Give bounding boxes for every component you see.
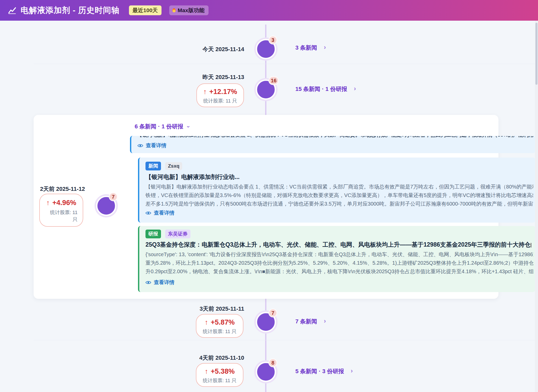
source-badge: 东吴证券 [165, 230, 190, 238]
view-detail-label: 查看详情 [154, 279, 174, 286]
news-link-today[interactable]: 3 条新闻 › [295, 44, 326, 52]
news-link-3days[interactable]: 7 条新闻 › [295, 318, 326, 325]
view-detail-link[interactable]: 查看详情 [145, 209, 174, 216]
change-value: ↑+5.38% [196, 367, 243, 375]
range-badge: 最近100天 [129, 5, 162, 15]
date-label-4days: 4天前 2025-11-10 [181, 354, 244, 362]
chevron-down-icon: › [186, 126, 191, 128]
stocks-count: 统计股票: 11 只 [197, 98, 243, 104]
change-value: ↑+12.17% [197, 88, 243, 96]
timeline-page: 电解液添加剂 - 历史时间轴 最近100天 Max版功能 今天 2025-11-… [0, 0, 538, 392]
timeline-node-4days[interactable]: 8 [254, 360, 278, 383]
change-pill-4days: ↑+5.38% 统计股票: 11 只 [196, 363, 243, 387]
stocks-count: 统计股票: 11 只 [196, 377, 243, 384]
change-value: ↑+4.96% [40, 199, 83, 207]
source-badge: Zsxq [165, 162, 182, 170]
change-pill-yesterday: ↑+12.17% 统计股票: 11 只 [196, 83, 244, 107]
scrollbar-thumb[interactable] [535, 23, 537, 85]
news-card[interactable]: 新闻 Zsxq 【银河电新】电解液添加剂行业动... 【银河电新】电解液添加剂行… [138, 158, 535, 223]
view-detail-label: 查看详情 [146, 142, 166, 149]
up-arrow-icon: ↑ [46, 199, 50, 207]
body-line: 【银河电新】电解液添加剂行业动态电话会要点 1、供需情况：VC当前供需很紧，头部… [145, 183, 533, 191]
line-chart-icon [8, 6, 17, 15]
report-title: 25Q3基金持仓深度：电新重仓Q3总体上升，电动车、光伏、储能、工控、电网、风电… [145, 241, 531, 249]
body-line: 铁锂，VC在铁锂里面的添加量是3.5%-6%（特别是储能，对循环充放电次数要求更… [145, 191, 533, 200]
date-label-today: 今天 2025-11-14 [181, 45, 244, 53]
stocks-count: 统计股票: 11 只 [196, 328, 243, 335]
body-line: 重为5.28%，环比上升1.13pct。2024Q3-2025Q3持仓比例分别为… [145, 259, 533, 267]
eye-icon [137, 144, 143, 148]
timeline-node-3days[interactable]: 7 [254, 310, 278, 334]
up-arrow-icon: ↑ [203, 88, 207, 96]
view-detail-label: 查看详情 [154, 209, 174, 216]
card-badge-row: 研报 东吴证券 [145, 230, 190, 238]
news-link-label: 5 条新闻 · 3 份研报 [295, 367, 344, 375]
news-title: 【银河电新】电解液添加剂行业动... [145, 173, 531, 181]
page-title: 电解液添加剂 - 历史时间轴 [21, 5, 120, 16]
expanded-day-panel: 6 条新闻 · 1 份研报 › 2天前 2025-11-12 ↑+4.96% 统… [34, 115, 498, 299]
max-feature-badge: Max版功能 [169, 5, 209, 15]
up-arrow-icon: ↑ [205, 318, 208, 326]
news-link-label: 7 条新闻 [295, 318, 317, 325]
card-badge-row: 新闻 Zsxq [145, 162, 182, 170]
max-badge-label: Max版功能 [178, 7, 205, 14]
date-label-3days: 3天前 2025-11-11 [181, 305, 244, 313]
change-pill-3days: ↑+5.87% 统计股票: 11 只 [196, 314, 243, 338]
change-pill-2days: ↑+4.96% 统计股票: 11 只 [39, 194, 83, 227]
news-body: 【银河电新】电解液添加剂行业动态电话会要点 1、供需情况：VC当前供需很紧，头部… [145, 183, 533, 208]
report-body: {'sourceType': 13, 'content': '电力设备行业深度报… [145, 250, 533, 276]
count-badge: 8 [268, 358, 277, 367]
eye-icon [145, 211, 151, 215]
row-divider [34, 340, 535, 340]
news-link-4days[interactable]: 5 条新闻 · 3 份研报 › [295, 367, 353, 375]
body-line: 升0.29pct至2.00%，钠电池、复合集流体上涨。\r\n■新能源：光伏、风… [145, 267, 533, 276]
news-link-label: 15 条新闻 · 1 份研报 [295, 85, 347, 93]
clipped-text-strip: 【银河电新】电解液添加剂行业动态电话会要点 1、供需情况：VC当前供需很紧，头部… [137, 136, 533, 138]
report-card[interactable]: 研报 东吴证券 25Q3基金持仓深度：电新重仓Q3总体上升，电动车、光伏、储能、… [138, 226, 535, 292]
body-line: {'sourceType': 13, 'content': '电力设备行业深度报… [145, 250, 533, 259]
report-type-badge: 研报 [145, 230, 161, 238]
view-detail-link[interactable]: 查看详情 [145, 279, 174, 286]
stocks-count: 统计股票: 11 只 [40, 209, 78, 223]
count-badge: 3 [268, 36, 277, 44]
fire-icon [172, 8, 176, 12]
news-card-partial[interactable]: 【银河电新】电解液添加剂行业动态电话会要点 1、供需情况：VC当前供需很紧，头部… [130, 136, 535, 153]
date-label-2days: 2天前 2025-11-12 [40, 185, 103, 193]
row-divider [34, 64, 535, 64]
view-detail-link[interactable]: 查看详情 [137, 142, 166, 149]
timeline-node-today[interactable]: 3 [254, 37, 278, 61]
news-type-badge: 新闻 [145, 162, 161, 170]
expanded-header-label: 6 条新闻 · 1 份研报 [135, 123, 183, 130]
count-badge: 16 [268, 76, 279, 85]
chevron-right-icon: › [354, 85, 356, 92]
timeline-node-2days[interactable]: 7 [95, 194, 118, 217]
timeline-node-yesterday[interactable]: 16 [254, 78, 278, 101]
count-badge: 7 [109, 192, 118, 201]
up-arrow-icon: ↑ [205, 367, 208, 375]
chevron-right-icon: › [351, 368, 353, 374]
news-link-yesterday[interactable]: 15 条新闻 · 1 份研报 › [295, 85, 356, 93]
count-badge: 7 [268, 309, 277, 317]
eye-icon [145, 280, 151, 285]
expanded-header-toggle[interactable]: 6 条新闻 · 1 份研报 › [135, 123, 189, 130]
change-value: ↑+5.87% [196, 318, 243, 326]
news-link-label: 3 条新闻 [295, 44, 317, 52]
chevron-right-icon: › [324, 318, 326, 324]
app-header: 电解液添加剂 - 历史时间轴 最近100天 Max版功能 [0, 0, 538, 21]
body-line: 差不多1.5万吨是给宁德保供的，只有5000吨在市场进行流通，宁德也还要外采3.… [145, 200, 533, 208]
date-label-yesterday: 昨天 2025-11-13 [181, 73, 244, 81]
chevron-right-icon: › [324, 44, 326, 50]
